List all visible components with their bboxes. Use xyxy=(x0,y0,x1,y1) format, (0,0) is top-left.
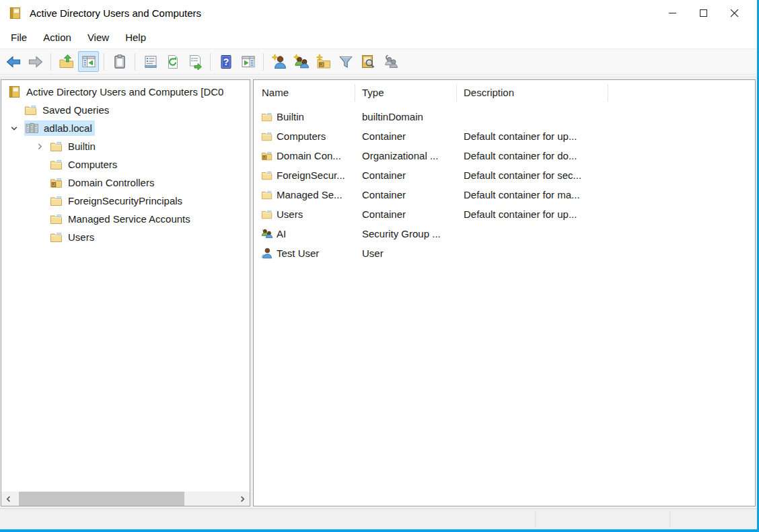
maximize-icon xyxy=(700,9,707,17)
toolbar: ? xyxy=(0,48,759,75)
up-one-level-button[interactable] xyxy=(56,51,77,72)
folder-icon xyxy=(261,111,273,122)
status-divider xyxy=(670,511,670,527)
tree-item-users[interactable]: Users xyxy=(1,228,250,246)
folder-icon xyxy=(50,158,63,171)
clipboard-icon xyxy=(112,54,128,70)
new-ou-button[interactable] xyxy=(313,51,334,72)
user-icon xyxy=(261,248,273,259)
new-user-button[interactable] xyxy=(268,51,289,72)
chevron-right-icon[interactable] xyxy=(34,143,50,151)
list-row-computers[interactable]: Computers Container Default container fo… xyxy=(254,126,755,146)
forward-button[interactable] xyxy=(25,51,46,72)
title-bar: Active Directory Users and Computers xyxy=(0,0,759,26)
up-one-level-icon xyxy=(59,54,75,70)
list-row-builtin[interactable]: Builtin builtinDomain xyxy=(254,107,755,126)
column-header-name[interactable]: Name xyxy=(254,84,355,102)
users-gray-button[interactable] xyxy=(380,51,400,72)
filter-icon xyxy=(338,54,354,70)
filter-button[interactable] xyxy=(335,51,356,72)
back-button[interactable] xyxy=(3,51,24,72)
folder-icon xyxy=(24,104,37,116)
export-list-icon xyxy=(187,54,203,70)
refresh-button[interactable] xyxy=(162,51,183,72)
new-window-button[interactable] xyxy=(238,51,258,72)
tree-item-computers[interactable]: Computers xyxy=(1,155,250,174)
svg-text:?: ? xyxy=(223,56,229,67)
new-user-icon xyxy=(271,54,287,70)
minimize-button[interactable] xyxy=(657,0,688,26)
list-row-users[interactable]: Users Container Default container for up… xyxy=(254,204,755,224)
show-console-tree-button[interactable] xyxy=(78,51,99,72)
scroll-right-button[interactable] xyxy=(235,492,250,506)
folder-icon xyxy=(261,189,273,200)
details-pane: Name Type Description Builtin builtinDom… xyxy=(253,79,756,506)
list-row-domain-controllers[interactable]: Domain Con... Organizational ... Default… xyxy=(254,146,755,165)
new-ou-icon xyxy=(316,54,332,70)
new-group-button[interactable] xyxy=(291,51,312,72)
ou-folder-icon xyxy=(50,176,63,189)
tree-item-adlab-local[interactable]: adlab.local xyxy=(1,119,250,137)
properties-icon xyxy=(143,54,159,70)
toolbar-separator xyxy=(263,53,264,71)
maximize-button[interactable] xyxy=(688,0,719,26)
folder-icon xyxy=(261,130,273,142)
horizontal-scrollbar[interactable] xyxy=(1,492,250,506)
close-button[interactable] xyxy=(719,0,750,26)
list-row-foreign-security[interactable]: ForeignSecur... Container Default contai… xyxy=(254,165,755,185)
find-button[interactable] xyxy=(357,51,378,72)
list-row-managed-service[interactable]: Managed Se... Container Default containe… xyxy=(254,185,755,204)
users-gray-icon xyxy=(382,54,398,70)
toolbar-separator xyxy=(210,53,211,71)
list-header: Name Type Description xyxy=(254,80,755,105)
tree-item-foreign-security-principals[interactable]: ForeignSecurityPrincipals xyxy=(1,192,250,210)
app-icon xyxy=(9,7,22,20)
menu-help[interactable]: Help xyxy=(117,29,154,46)
toolbar-separator xyxy=(104,53,104,71)
menu-bar: File Action View Help xyxy=(0,26,759,48)
help-icon: ? xyxy=(218,54,234,70)
back-arrow-icon xyxy=(5,54,22,70)
chevron-left-icon xyxy=(5,495,13,503)
column-header-type[interactable]: Type xyxy=(355,84,457,102)
toolbar-separator xyxy=(135,53,135,71)
chevron-right-icon xyxy=(238,495,246,503)
refresh-icon xyxy=(165,54,181,70)
tree-item-saved-queries[interactable]: Saved Queries xyxy=(1,101,250,119)
find-icon xyxy=(360,54,376,70)
minimize-icon xyxy=(669,13,676,13)
new-group-icon xyxy=(293,54,310,70)
column-header-description[interactable]: Description xyxy=(457,84,608,102)
ou-folder-icon xyxy=(261,150,273,161)
folder-icon xyxy=(261,169,273,181)
tree-item-managed-service-accounts[interactable]: Managed Service Accounts xyxy=(1,210,250,228)
new-window-icon xyxy=(240,54,256,70)
menu-view[interactable]: View xyxy=(79,29,117,46)
list-row-ai[interactable]: AI Security Group ... xyxy=(254,224,755,243)
scroll-left-button[interactable] xyxy=(1,492,16,506)
menu-file[interactable]: File xyxy=(3,29,35,46)
list-row-test-user[interactable]: Test User User xyxy=(254,243,755,263)
status-divider xyxy=(535,511,536,527)
window-border-bottom xyxy=(0,529,759,532)
tree-item-builtin[interactable]: Builtin xyxy=(1,137,250,155)
scrollbar-thumb[interactable] xyxy=(19,492,184,506)
security-group-icon xyxy=(261,228,273,239)
folder-icon xyxy=(50,213,63,225)
toolbar-separator xyxy=(50,53,51,71)
forward-arrow-icon xyxy=(28,54,44,70)
folder-icon xyxy=(261,208,273,220)
export-list-button[interactable] xyxy=(184,51,205,72)
domain-icon xyxy=(26,122,38,135)
folder-icon xyxy=(50,140,63,153)
status-bar xyxy=(0,508,757,529)
tree-item-root[interactable]: Active Directory Users and Computers [DC… xyxy=(1,83,250,101)
console-tree-pane: Active Directory Users and Computers [DC… xyxy=(1,79,250,506)
help-button[interactable]: ? xyxy=(215,51,236,72)
clipboard-button[interactable] xyxy=(109,51,130,72)
chevron-down-icon[interactable] xyxy=(8,124,24,132)
show-console-tree-icon xyxy=(81,54,97,70)
menu-action[interactable]: Action xyxy=(35,29,79,46)
properties-button[interactable] xyxy=(140,51,161,72)
tree-item-domain-controllers[interactable]: Domain Controllers xyxy=(1,174,250,192)
